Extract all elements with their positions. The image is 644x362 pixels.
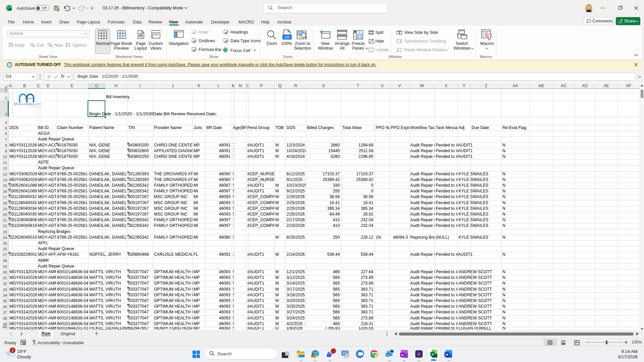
- svg-text:N: N: [401, 353, 404, 357]
- svg-text:X: X: [431, 352, 434, 356]
- svg-text:G: G: [417, 352, 421, 357]
- svg-text:W: W: [445, 353, 448, 356]
- svg-text:?: ?: [35, 343, 37, 345]
- svg-text:1: 1: [11, 348, 13, 352]
- svg-text:an FDI Group Company: an FDI Group Company: [28, 106, 41, 108]
- svg-text:MANAGEABILITY: MANAGEABILITY: [14, 102, 41, 106]
- svg-text:O: O: [386, 353, 389, 357]
